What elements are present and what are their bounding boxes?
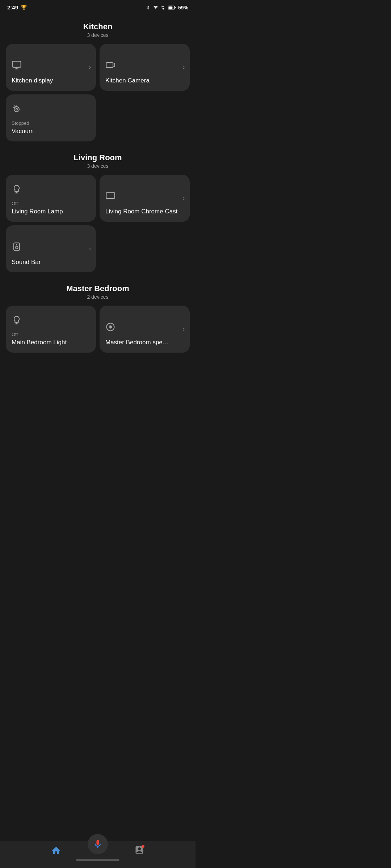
- svg-point-15: [16, 246, 18, 249]
- kitchen-title: Kitchen: [0, 22, 196, 31]
- wifi-icon: [153, 5, 159, 10]
- vacuum-card[interactable]: Stopped Vacuum: [6, 94, 96, 141]
- chevron-right-icon: ›: [183, 195, 185, 201]
- svg-point-20: [110, 327, 111, 327]
- living-room-device-count: 3 devices: [0, 163, 196, 169]
- sound-bar-card[interactable]: Sound Bar ›: [6, 225, 96, 272]
- lamp-status: Off: [12, 201, 90, 206]
- camera-icon: [105, 60, 184, 72]
- kitchen-display-card[interactable]: Kitchen display ›: [6, 44, 96, 91]
- monitor-icon: [12, 60, 90, 72]
- master-bedroom-speaker-card[interactable]: Master Bedroom spe… ›: [100, 306, 190, 353]
- status-right: 59%: [146, 5, 188, 10]
- main-bedroom-light-name: Main Bedroom Light: [12, 339, 90, 346]
- signal-icon: [161, 5, 166, 10]
- svg-rect-2: [175, 7, 176, 8]
- kitchen-device-grid: Kitchen display › Kitchen Camera ›: [0, 44, 196, 141]
- svg-point-7: [14, 107, 19, 112]
- chevron-right-icon: ›: [89, 246, 91, 252]
- master-bedroom-title: Master Bedroom: [0, 284, 196, 293]
- time-display: 2:49: [7, 4, 18, 10]
- vacuum-icon: [12, 104, 90, 116]
- master-bedroom-device-count: 2 devices: [0, 294, 196, 300]
- battery-icon: [168, 5, 176, 10]
- svg-rect-1: [168, 6, 172, 8]
- bedroom-light-status: Off: [12, 332, 90, 337]
- svg-rect-13: [106, 192, 114, 198]
- living-room-chromecast-card[interactable]: Living Room Chrome Cast ›: [100, 175, 190, 222]
- speaker-icon: [12, 242, 90, 254]
- master-bedroom-device-grid: Off Main Bedroom Light Master Bedroom sp…: [0, 306, 196, 353]
- kitchen-camera-name: Kitchen Camera: [105, 77, 184, 84]
- main-bedroom-light-card[interactable]: Off Main Bedroom Light: [6, 306, 96, 353]
- master-bedroom-speaker-name: Master Bedroom spe…: [105, 339, 184, 346]
- svg-point-8: [16, 109, 18, 110]
- kitchen-section-header: Kitchen 3 devices: [0, 22, 196, 38]
- svg-rect-6: [106, 63, 113, 68]
- battery-percentage: 59%: [178, 5, 188, 10]
- kitchen-camera-card[interactable]: Kitchen Camera ›: [100, 44, 190, 91]
- chevron-right-icon: ›: [183, 64, 185, 71]
- living-room-title: Living Room: [0, 153, 196, 162]
- svg-line-10: [14, 105, 16, 107]
- svg-rect-3: [12, 61, 21, 67]
- living-room-lamp-card[interactable]: Off Living Room Lamp: [6, 175, 96, 222]
- bluetooth-icon: [146, 5, 151, 10]
- living-room-device-grid: Off Living Room Lamp Living Room Chrome …: [0, 175, 196, 272]
- chevron-right-icon: ›: [183, 326, 185, 332]
- kitchen-display-name: Kitchen display: [12, 77, 90, 84]
- chromecast-icon: [105, 191, 184, 203]
- status-left: 2:49 🏆: [7, 4, 27, 10]
- master-bedroom-section-header: Master Bedroom 2 devices: [0, 284, 196, 300]
- living-room-section-header: Living Room 3 devices: [0, 153, 196, 169]
- speaker-round-icon: [105, 322, 184, 334]
- status-bar: 2:49 🏆 59%: [0, 0, 196, 13]
- chevron-right-icon: ›: [89, 64, 91, 71]
- svg-point-16: [16, 244, 17, 245]
- svg-line-11: [13, 107, 15, 108]
- sound-bar-name: Sound Bar: [12, 258, 90, 266]
- living-room-chromecast-name: Living Room Chrome Cast: [105, 208, 184, 215]
- vacuum-status: Stopped: [12, 120, 90, 126]
- living-room-lamp-name: Living Room Lamp: [12, 208, 90, 215]
- bulb-icon: [12, 184, 90, 196]
- bulb-off-icon: [12, 315, 90, 327]
- trophy-icon: 🏆: [21, 5, 27, 10]
- vacuum-name: Vacuum: [12, 127, 90, 135]
- kitchen-device-count: 3 devices: [0, 32, 196, 38]
